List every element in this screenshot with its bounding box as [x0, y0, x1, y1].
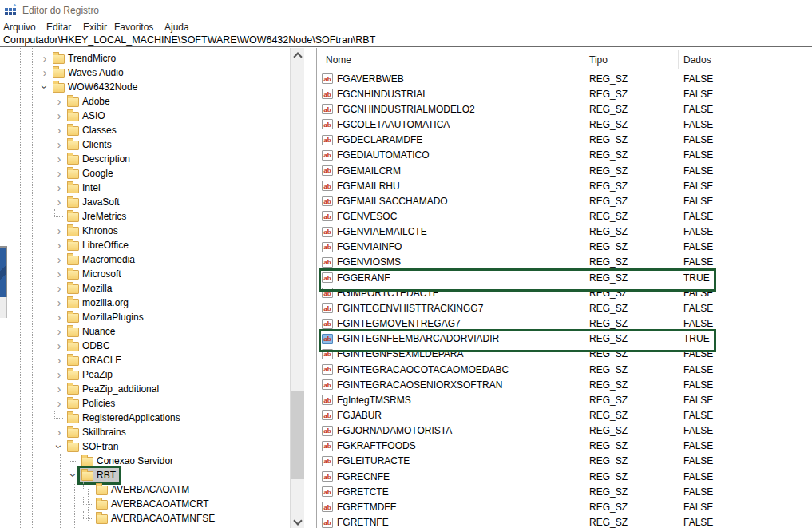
chevron-right-icon[interactable]: ›	[53, 123, 65, 137]
column-header-tipo[interactable]: Tipo	[589, 54, 608, 66]
chevron-right-icon[interactable]: ›	[53, 181, 65, 195]
tree-item-averbacaoatm[interactable]: AVERBACAOATM	[0, 482, 290, 497]
value-row-fgemailrhu[interactable]: ab FGEMAILRHU REG_SZ FALSE	[318, 178, 812, 193]
menu-item-ajuda[interactable]: Ajuda	[164, 22, 189, 33]
chevron-right-icon[interactable]: ›	[53, 195, 65, 209]
chevron-down-icon[interactable]: ›	[52, 440, 66, 453]
column-separator[interactable]	[678, 50, 679, 69]
tree-item-mozilla[interactable]: › Mozilla	[0, 281, 290, 296]
tree-item-waves-audio[interactable]: › Waves Audio	[0, 66, 290, 80]
value-row-fgleituracte[interactable]: ab FGLEITURACTE REG_SZ FALSE	[318, 454, 812, 469]
column-header-nome[interactable]: Nome	[326, 54, 351, 66]
tree-item-wow6432node[interactable]: › WOW6432Node	[0, 80, 290, 94]
tree-item-rbt[interactable]: › RBT	[0, 468, 290, 482]
value-row-fgaverbweb[interactable]: ab FGAVERBWEB REG_SZ FALSE	[318, 71, 812, 86]
value-row-fgintegnfsexmldepara[interactable]: ab FGINTEGNFSEXMLDEPARA REG_SZ FALSE	[318, 347, 812, 362]
value-row-fgenvesoc[interactable]: ab FGENVESOC REG_SZ FALSE	[318, 208, 812, 224]
chevron-right-icon[interactable]: ›	[53, 324, 65, 339]
chevron-down-icon[interactable]: ›	[38, 81, 52, 93]
tree-item-google[interactable]: › Google	[0, 166, 290, 181]
tree-item-clients[interactable]: › Clients	[0, 137, 290, 152]
address-bar[interactable]: Computador\HKEY_LOCAL_MACHINE\SOFTWARE\W…	[0, 34, 812, 46]
scrollbar-thumb[interactable]	[291, 391, 304, 479]
value-row-fgcoletaautomatica[interactable]: ab FGCOLETAAUTOMATICA REG_SZ FALSE	[318, 117, 812, 132]
tree-item-conexao-servidor[interactable]: Conexao Servidor	[0, 454, 290, 468]
tree-item-peazip-additional[interactable]: › PeaZip_additional	[0, 382, 290, 396]
chevron-right-icon[interactable]: ›	[53, 137, 65, 152]
menu-item-arquivo[interactable]: Arquivo	[3, 22, 46, 33]
tree-item-mozillaplugins[interactable]: › MozillaPlugins	[0, 310, 290, 324]
tree-item-odbc[interactable]: › ODBC	[0, 339, 290, 353]
value-row-fgjornadamotorista[interactable]: ab FGJORNADAMOTORISTA REG_SZ FALSE	[318, 423, 812, 439]
value-row-fgintegracaoseniorxsoftran[interactable]: ab FGINTEGRACAOSENIORXSOFTRAN REG_SZ FAL…	[318, 377, 812, 392]
value-row-fgenviaemailcte[interactable]: ab FGENVIAEMAILCTE REG_SZ FALSE	[318, 224, 812, 240]
chevron-right-icon[interactable]: ›	[53, 152, 65, 166]
tree-item-mozilla-org[interactable]: › mozilla.org	[0, 296, 290, 310]
tree-item-macromedia[interactable]: › Macromedia	[0, 252, 290, 267]
value-row-fgrecnfe[interactable]: ab FGRECNFE REG_SZ FALSE	[318, 469, 812, 484]
value-row-fgretnfe[interactable]: ab FGRETNFE REG_SZ FALSE	[318, 515, 812, 528]
chevron-right-icon[interactable]: ›	[38, 51, 51, 66]
tree-item-peazip[interactable]: › PeaZip	[0, 367, 290, 382]
value-row-fgediautomatico[interactable]: ab FGEDIAUTOMATICO REG_SZ FALSE	[318, 148, 812, 163]
pane-splitter[interactable]	[316, 48, 317, 528]
tree-item-trendmicro[interactable]: › TrendMicro	[0, 51, 290, 66]
scroll-up-arrow-icon[interactable]	[291, 48, 304, 62]
value-row-fgintegracaocotacaomoedabc[interactable]: ab FGINTEGRACAOCOTACAOMOEDABC REG_SZ FAL…	[318, 362, 812, 377]
value-row-fgjabur[interactable]: ab FGJABUR REG_SZ FALSE	[318, 407, 812, 423]
value-row-fgcnhindustrial[interactable]: ab FGCNHINDUSTRIAL REG_SZ FALSE	[318, 86, 812, 101]
menu-item-exibir[interactable]: Exibir	[83, 22, 114, 33]
pane-splitter[interactable]	[315, 48, 315, 528]
chevron-right-icon[interactable]: ›	[53, 109, 65, 123]
chevron-right-icon[interactable]: ›	[53, 224, 65, 238]
value-row-fgenviosms[interactable]: ab FGENVIOSMS REG_SZ FALSE	[318, 255, 812, 270]
tree-item-skillbrains[interactable]: › Skillbrains	[0, 425, 290, 439]
value-row-fgintegenvhisttrackingg7[interactable]: ab FGINTEGENVHISTTRACKINGG7 REG_SZ FALSE	[318, 300, 812, 316]
value-row-fgemailcrm[interactable]: ab FGEMAILCRM REG_SZ FALSE	[318, 163, 812, 178]
value-row-fgimportctedacte[interactable]: ab FGIMPORTCTEDACTE REG_SZ FALSE	[318, 285, 812, 300]
chevron-right-icon[interactable]: ›	[53, 238, 65, 252]
tree-item-jremetrics[interactable]: JreMetrics	[0, 209, 290, 224]
menu-item-favoritos[interactable]: Favoritos	[114, 22, 164, 33]
chevron-right-icon[interactable]: ›	[53, 281, 65, 296]
chevron-right-icon[interactable]: ›	[53, 396, 65, 411]
chevron-right-icon[interactable]: ›	[53, 166, 65, 181]
tree-item-averbacaoatmnfse[interactable]: AVERBACAOATMNFSE	[0, 511, 290, 526]
value-row-fgdeclaramdfe[interactable]: ab FGDECLARAMDFE REG_SZ FALSE	[318, 133, 812, 148]
value-row-fgcnhindustrialmodelo2[interactable]: ab FGCNHINDUSTRIALMODELO2 REG_SZ FALSE	[318, 101, 812, 117]
tree-item-softran[interactable]: › SOFtran	[0, 439, 290, 454]
value-row-fgintegmoventregag7[interactable]: ab FGINTEGMOVENTREGAG7 REG_SZ FALSE	[318, 316, 812, 331]
chevron-right-icon[interactable]: ›	[53, 367, 65, 382]
value-row-fgemailsacchamado[interactable]: ab FGEMAILSACCHAMADO REG_SZ FALSE	[318, 193, 812, 208]
tree-item-adobe[interactable]: › Adobe	[0, 94, 290, 109]
chevron-right-icon[interactable]: ›	[53, 267, 65, 281]
tree-item-description[interactable]: › Description	[0, 152, 290, 166]
chevron-right-icon[interactable]: ›	[53, 252, 65, 267]
tree-item-averbacaoatmcrt[interactable]: AVERBACAOATMCRT	[0, 497, 290, 511]
tree-item-libreoffice[interactable]: › LibreOffice	[0, 238, 290, 252]
value-row-fgintegtmsrms[interactable]: ab FgIntegTMSRMS REG_SZ FALSE	[318, 392, 812, 407]
chevron-right-icon[interactable]: ›	[38, 66, 51, 80]
tree-item-policies[interactable]: › Policies	[0, 396, 290, 411]
tree-item-asio[interactable]: › ASIO	[0, 109, 290, 123]
tree-item-javasoft[interactable]: › JavaSoft	[0, 195, 290, 209]
chevron-right-icon[interactable]: ›	[53, 339, 65, 353]
scroll-down-arrow-icon[interactable]	[291, 514, 304, 528]
value-row-fgretmdfe[interactable]: ab FGRETMDFE REG_SZ FALSE	[318, 499, 812, 514]
chevron-right-icon[interactable]: ›	[53, 310, 65, 324]
tree-item-classes[interactable]: › Classes	[0, 123, 290, 137]
chevron-right-icon[interactable]: ›	[53, 425, 65, 439]
value-row-fgenviainfo[interactable]: ab FGENVIAINFO REG_SZ FALSE	[318, 240, 812, 255]
tree-item-registeredapplications[interactable]: RegisteredApplications	[0, 411, 290, 425]
tree-item-nuance[interactable]: › Nuance	[0, 324, 290, 339]
chevron-down-icon[interactable]: ›	[66, 469, 81, 482]
chevron-right-icon[interactable]: ›	[53, 94, 65, 109]
tree-item-intel[interactable]: › Intel	[0, 181, 290, 195]
chevron-right-icon[interactable]: ›	[53, 296, 65, 310]
tree-item-oracle[interactable]: › ORACLE	[0, 353, 290, 367]
chevron-right-icon[interactable]: ›	[53, 382, 65, 396]
column-header-dados[interactable]: Dados	[683, 54, 711, 66]
tree-scrollbar[interactable]	[291, 48, 304, 528]
tree-item-microsoft[interactable]: › Microsoft	[0, 267, 290, 281]
tree-item-khronos[interactable]: › Khronos	[0, 224, 290, 238]
